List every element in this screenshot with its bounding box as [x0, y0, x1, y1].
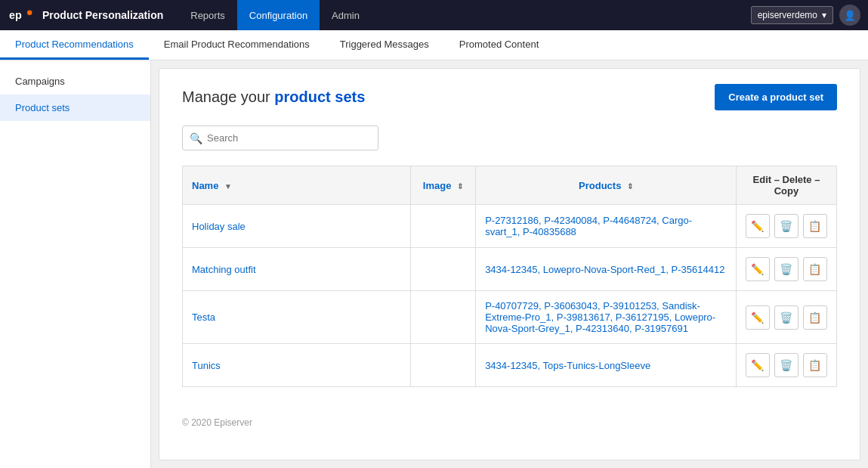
row-products-1: 3434-12345, Lowepro-Nova-Sport-Red_1, P-…: [476, 248, 737, 291]
sidebar-item-campaigns[interactable]: Campaigns: [0, 68, 150, 95]
subnav-email-product-recommendations[interactable]: Email Product Recommendations: [149, 30, 325, 60]
svg-point-1: [27, 11, 32, 15]
main-layout: Campaigns Product sets Manage your produ…: [0, 60, 868, 468]
col-header-actions: Edit – Delete – Copy: [736, 166, 836, 205]
row-products-0: P-27312186, P-42340084, P-44648724, Carg…: [476, 205, 737, 248]
row-name-1[interactable]: Matching outfit: [192, 264, 256, 275]
edit-button-0[interactable]: ✏️: [746, 214, 770, 238]
row-products-2: P-40707729, P-36063043, P-39101253, Sand…: [476, 291, 737, 344]
row-actions-2: ✏️ 🗑️ 📋: [736, 291, 836, 344]
content-footer: © 2020 Episerver: [159, 402, 860, 443]
logo: ep: [8, 2, 35, 29]
edit-button-3[interactable]: ✏️: [746, 353, 770, 377]
table-row: Holiday sale P-27312186, P-42340084, P-4…: [183, 205, 837, 248]
search-container: 🔍: [182, 126, 837, 150]
row-actions-1: ✏️ 🗑️ 📋: [736, 248, 836, 291]
account-name: episerverdemo: [758, 10, 817, 20]
col-header-products: Products ⇕: [476, 166, 737, 205]
row-name-2[interactable]: Testa: [192, 311, 215, 323]
subnav-promoted-content[interactable]: Promoted Content: [444, 30, 554, 60]
brand-name: Product Personalization: [42, 9, 163, 21]
content-inner: Manage your product sets Create a produc…: [159, 69, 860, 402]
sub-navigation: Product Recommendations Email Product Re…: [0, 30, 868, 60]
row-actions-0: ✏️ 🗑️ 📋: [736, 205, 836, 248]
account-dropdown[interactable]: episerverdemo ▾: [751, 6, 833, 24]
copy-button-3[interactable]: 📋: [803, 353, 827, 377]
table-body: Holiday sale P-27312186, P-42340084, P-4…: [183, 205, 837, 387]
row-name-0[interactable]: Holiday sale: [192, 221, 246, 232]
delete-button-0[interactable]: 🗑️: [774, 214, 798, 238]
col-header-image: Image ⇕: [410, 166, 475, 205]
sidebar-item-product-sets[interactable]: Product sets: [0, 95, 150, 121]
delete-button-1[interactable]: 🗑️: [774, 257, 798, 281]
table-header: Name ▼ Image ⇕ Products ⇕ Edit – Delet: [183, 166, 837, 205]
copy-button-0[interactable]: 📋: [803, 214, 827, 238]
sort-icon-products[interactable]: ⇕: [627, 182, 633, 191]
page-header: Manage your product sets Create a produc…: [182, 84, 837, 110]
page-title: Manage your product sets: [182, 88, 365, 106]
top-navigation: ep Product Personalization Reports Confi…: [0, 0, 868, 30]
search-input[interactable]: [182, 126, 378, 150]
row-image-2: [410, 291, 475, 344]
table-row: Tunics 3434-12345, Tops-Tunics-LongSleev…: [183, 344, 837, 387]
row-image-3: [410, 344, 475, 387]
copy-button-2[interactable]: 📋: [803, 305, 827, 330]
nav-configuration[interactable]: Configuration: [237, 0, 320, 30]
row-actions-3: ✏️ 🗑️ 📋: [736, 344, 836, 387]
search-wrapper: 🔍: [182, 126, 378, 150]
nav-links: Reports Configuration Admin: [178, 0, 750, 30]
delete-button-3[interactable]: 🗑️: [774, 353, 798, 377]
row-name-3[interactable]: Tunics: [192, 360, 221, 371]
copy-button-1[interactable]: 📋: [803, 257, 827, 281]
sort-icon-name[interactable]: ▼: [224, 182, 232, 191]
edit-button-2[interactable]: ✏️: [746, 305, 770, 330]
search-icon: 🔍: [190, 132, 202, 144]
dropdown-chevron-icon: ▾: [822, 10, 826, 20]
subnav-triggered-messages[interactable]: Triggered Messages: [325, 30, 444, 60]
user-icon: 👤: [844, 10, 856, 21]
row-image-0: [410, 205, 475, 248]
row-products-3: 3434-12345, Tops-Tunics-LongSleeve: [476, 344, 737, 387]
edit-button-1[interactable]: ✏️: [746, 257, 770, 281]
product-sets-table: Name ▼ Image ⇕ Products ⇕ Edit – Delet: [182, 166, 837, 387]
svg-text:ep: ep: [9, 9, 22, 21]
subnav-product-recommendations[interactable]: Product Recommendations: [0, 30, 149, 60]
create-product-set-button[interactable]: Create a product set: [715, 84, 837, 110]
nav-right: episerverdemo ▾ 👤: [751, 5, 860, 26]
nav-reports[interactable]: Reports: [178, 0, 237, 30]
nav-admin[interactable]: Admin: [320, 0, 372, 30]
main-content: Manage your product sets Create a produc…: [159, 68, 860, 460]
sidebar: Campaigns Product sets: [0, 60, 151, 468]
col-header-name: Name ▼: [183, 166, 411, 205]
table-row: Matching outfit 3434-12345, Lowepro-Nova…: [183, 248, 837, 291]
table-row: Testa P-40707729, P-36063043, P-39101253…: [183, 291, 837, 344]
sort-icon-image[interactable]: ⇕: [457, 182, 463, 191]
row-image-1: [410, 248, 475, 291]
delete-button-2[interactable]: 🗑️: [774, 305, 798, 330]
user-profile-button[interactable]: 👤: [839, 5, 860, 26]
